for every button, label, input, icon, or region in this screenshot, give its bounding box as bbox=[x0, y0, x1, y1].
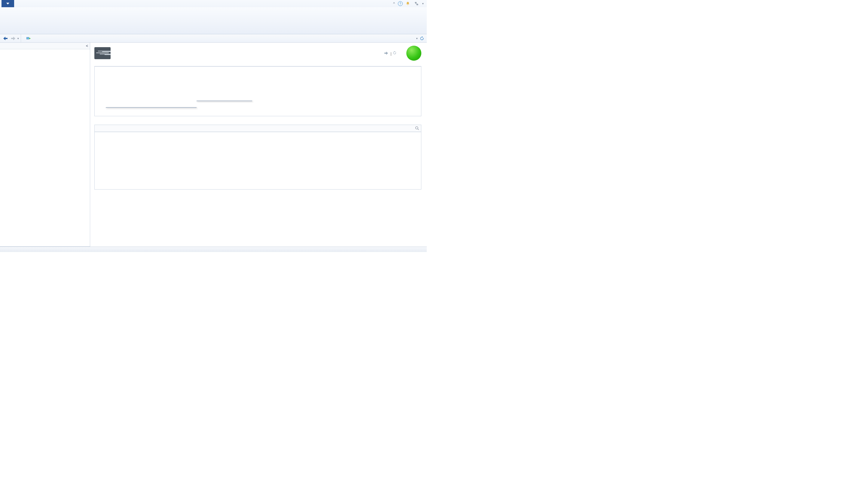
help-icon[interactable]: ? bbox=[398, 1, 403, 6]
asset-details-title bbox=[94, 116, 421, 119]
asset-search-button[interactable] bbox=[413, 126, 421, 131]
breadcrumb-root-icon[interactable] bbox=[24, 36, 33, 41]
nav-history-dropdown-icon[interactable]: ▾ bbox=[17, 37, 19, 40]
dropdown-icon[interactable]: ▾ bbox=[422, 2, 424, 5]
collapse-ribbon-icon[interactable]: ^ bbox=[393, 1, 395, 6]
asset-filter-input[interactable] bbox=[95, 125, 413, 131]
nav-back-button[interactable] bbox=[2, 35, 9, 42]
run-summarization-mini-icon bbox=[384, 52, 389, 56]
ribbon-file-menu[interactable] bbox=[1, 0, 14, 7]
nav-forward-button[interactable] bbox=[10, 35, 17, 42]
refresh-icon[interactable] bbox=[420, 36, 424, 41]
collapse-sidebar-icon[interactable]: < bbox=[86, 44, 88, 48]
svg-rect-0 bbox=[26, 37, 29, 39]
svg-point-1 bbox=[415, 127, 418, 129]
breadcrumb-dropdown-icon[interactable]: ▾ bbox=[416, 37, 418, 40]
connect-icon[interactable] bbox=[414, 1, 419, 6]
deployment-status-icon bbox=[94, 47, 111, 59]
refresh-mini-icon bbox=[392, 52, 397, 56]
overall-status-indicator bbox=[406, 46, 421, 61]
notifications-icon[interactable] bbox=[406, 1, 411, 6]
